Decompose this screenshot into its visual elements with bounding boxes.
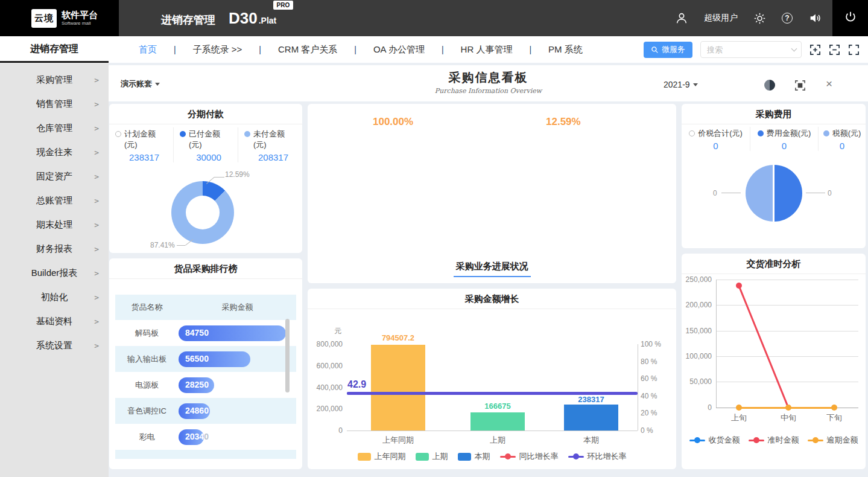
legend-dot-icon — [115, 131, 121, 137]
period-selector[interactable]: 2021-9 — [664, 80, 698, 89]
right-axis-line — [638, 344, 638, 431]
app-module-name: 进销存管理 — [161, 13, 215, 27]
growth-legend: 上年同期 上期 本期 同比增长率 环比增长率 — [308, 451, 676, 462]
bar-value-label: 166675 — [464, 402, 531, 411]
sidebar-item-warehouse[interactable]: 仓库管理> — [0, 116, 109, 140]
nav-hr[interactable]: HR 人事管理 — [444, 44, 530, 56]
y-tick: 150,000 — [683, 327, 712, 335]
product-suffix: .Plat — [259, 16, 277, 25]
chevron-right-icon: > — [94, 220, 99, 229]
legend-item[interactable]: 收货金额 — [689, 435, 740, 446]
legend-item-planned[interactable]: 计划金额 (元) 238317 — [109, 127, 173, 162]
fullscreen-bracket-icon[interactable] — [848, 44, 860, 56]
sidebar-item-basic-data[interactable]: 基础资料> — [0, 309, 109, 333]
legend-label: 上期 — [432, 451, 448, 462]
overdue-point — [736, 405, 742, 411]
legend-item[interactable]: 同比增长率 — [500, 451, 559, 462]
topbar: 云境 软件平台 Software mall 进销存管理 D30 .Plat PR… — [0, 0, 868, 36]
zoom-out-bracket-icon[interactable] — [829, 44, 840, 56]
sidebar-item-purchase[interactable]: 采购管理> — [0, 68, 109, 92]
gridline — [716, 305, 858, 306]
fullscreen-icon[interactable] — [794, 80, 806, 94]
x-category: 中旬 — [770, 412, 806, 423]
legend-item[interactable]: 上期 — [416, 451, 448, 462]
panel-purchase-progress: 100.00% 12.59% 采购业务进展状况 — [308, 104, 676, 283]
legend-item-expense[interactable]: 费用金额(元) 0 — [750, 127, 818, 151]
app-title: 进销存管理 D30 .Plat PRO — [161, 9, 276, 28]
legend-item[interactable]: 环比增长率 — [568, 451, 627, 462]
row-value: 56500 — [185, 354, 209, 363]
power-icon[interactable] — [844, 10, 857, 26]
sidebar-item-label: 固定资产 — [36, 171, 72, 182]
y-tick: 400,000 — [312, 383, 343, 392]
close-icon[interactable] — [826, 77, 832, 91]
speaker-icon[interactable] — [808, 11, 822, 25]
legend-swatch-icon — [416, 453, 429, 461]
table-row-partial — [115, 450, 296, 459]
sidebar-item-period-end[interactable]: 期末处理> — [0, 213, 109, 237]
legend-value: 0 — [819, 141, 866, 151]
sidebar-item-label: 系统设置 — [36, 340, 72, 351]
sidebar-item-label: 总账管理 — [36, 195, 72, 206]
sidebar-item-label: 基础资料 — [36, 316, 72, 327]
y-tick-right: 80 % — [641, 357, 671, 366]
sidebar-item-builder-reports[interactable]: Builder报表> — [0, 261, 109, 285]
app-window: 云境 软件平台 Software mall 进销存管理 D30 .Plat PR… — [0, 0, 868, 477]
sidebar-item-cashflow[interactable]: 现金往来> — [0, 140, 109, 164]
logo-text: 软件平台 Software mall — [62, 10, 98, 26]
legend-item-paid[interactable]: 已付金额 (元) 30000 — [173, 127, 238, 162]
table-row: 输入输出板 5650056500 — [115, 346, 296, 372]
legend-label: 同比增长率 — [519, 451, 559, 462]
legend-item[interactable]: 本期 — [458, 451, 490, 462]
sidebar-item-fixed-assets[interactable]: 固定资产> — [0, 164, 109, 188]
scrollbar-thumb[interactable] — [285, 319, 290, 392]
gear-icon[interactable] — [753, 12, 766, 25]
microservice-button[interactable]: 微服务 — [644, 42, 692, 58]
pie-label-left: 0 — [713, 189, 717, 197]
legend-item-unpaid[interactable]: 未付金额 (元) 208317 — [238, 127, 302, 162]
module-tab[interactable]: 进销存管理 — [0, 36, 109, 63]
sidebar-item-sales[interactable]: 销售管理> — [0, 92, 109, 116]
legend-linedot-icon — [500, 453, 516, 459]
legend-item[interactable]: 上年同期 — [358, 451, 406, 462]
nav-crm[interactable]: CRM 客户关系 — [261, 44, 354, 56]
legend-item-total[interactable]: 价税合计(元) 0 — [682, 127, 750, 151]
sidebar-item-label: 期末处理 — [36, 219, 72, 231]
slice-label-unpaid: 87.41% — [150, 241, 175, 249]
legend-dot-icon — [689, 130, 695, 136]
nav-subsystems[interactable]: 子系统录 >> — [176, 44, 259, 56]
chevron-right-icon: > — [94, 269, 99, 278]
legend-item[interactable]: 准时金额 — [749, 435, 799, 446]
legend-value: 30000 — [180, 152, 238, 162]
legend-item-tax[interactable]: 税额(元) 0 — [818, 127, 866, 151]
theme-icon[interactable] — [764, 80, 775, 91]
sidebar-item-general-ledger[interactable]: 总账管理> — [0, 188, 109, 213]
sidebar-item-financial-reports[interactable]: 财务报表> — [0, 237, 109, 261]
help-icon[interactable]: ? — [782, 13, 793, 24]
sidebar-item-system-settings[interactable]: 系统设置> — [0, 333, 109, 357]
search-input[interactable] — [706, 45, 792, 55]
chevron-right-icon: > — [94, 341, 99, 350]
gridline — [716, 331, 858, 331]
chevron-right-icon: > — [94, 75, 99, 85]
nav-home[interactable]: 首页 — [122, 44, 174, 56]
caret-down-icon — [693, 83, 698, 86]
legend-swatch-icon — [458, 453, 471, 461]
nav-oa[interactable]: OA 办公管理 — [356, 44, 442, 56]
bar-value-label: 794507.2 — [365, 333, 431, 342]
legend-label: 环比增长率 — [588, 451, 627, 462]
user-icon[interactable] — [675, 11, 688, 25]
sidebar-item-label: 销售管理 — [36, 98, 72, 110]
legend-value: 0 — [682, 141, 750, 151]
leader-line — [214, 177, 224, 178]
nav-pm[interactable]: PM 系统 — [531, 44, 600, 56]
row-name: 解码板 — [115, 328, 179, 339]
zoom-in-bracket-icon[interactable] — [809, 44, 821, 56]
y-tick: 600,000 — [312, 362, 343, 370]
y-tick: 0 — [683, 403, 712, 412]
legend-item[interactable]: 逾期金额 — [808, 435, 858, 446]
username[interactable]: 超级用户 — [704, 13, 738, 24]
chevron-down-icon[interactable] — [791, 46, 797, 52]
y-tick-right: 60 % — [641, 374, 671, 383]
sidebar-item-initialization[interactable]: 初始化> — [0, 285, 109, 309]
